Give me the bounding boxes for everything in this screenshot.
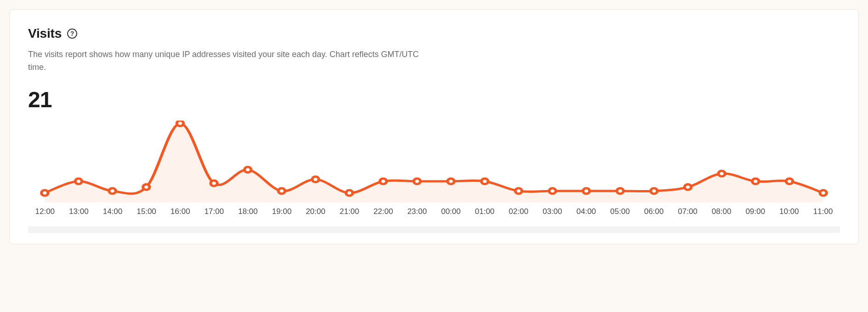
chart-point[interactable] xyxy=(448,179,455,184)
help-icon[interactable]: ? xyxy=(67,29,77,39)
chart-point[interactable] xyxy=(786,179,793,184)
x-tick: 14:00 xyxy=(96,207,130,216)
chart-point[interactable] xyxy=(481,179,488,184)
x-tick: 18:00 xyxy=(231,207,265,216)
chart-point[interactable] xyxy=(143,184,150,190)
x-tick: 10:00 xyxy=(772,207,806,216)
x-tick: 06:00 xyxy=(637,207,671,216)
visits-line-chart xyxy=(28,121,840,203)
chart-point[interactable] xyxy=(380,179,387,184)
x-tick: 17:00 xyxy=(197,207,231,216)
visits-total: 21 xyxy=(28,87,840,112)
x-tick: 11:00 xyxy=(806,207,840,216)
x-tick: 09:00 xyxy=(738,207,772,216)
chart-point[interactable] xyxy=(312,177,319,182)
x-tick: 05:00 xyxy=(603,207,637,216)
x-tick: 00:00 xyxy=(434,207,468,216)
x-tick: 16:00 xyxy=(163,207,197,216)
chart-point[interactable] xyxy=(177,121,184,126)
x-axis: 12:0013:0014:0015:0016:0017:0018:0019:00… xyxy=(28,203,840,216)
x-tick: 08:00 xyxy=(705,207,739,216)
x-tick: 21:00 xyxy=(332,207,366,216)
chart-point[interactable] xyxy=(583,188,590,194)
chart-point[interactable] xyxy=(109,188,116,194)
chart-area-fill xyxy=(45,123,823,202)
card-header: Visits ? xyxy=(28,26,840,41)
chart-point[interactable] xyxy=(414,179,421,184)
chart-point[interactable] xyxy=(719,171,725,176)
x-tick: 01:00 xyxy=(468,207,502,216)
chart-point[interactable] xyxy=(752,179,759,184)
x-tick: 15:00 xyxy=(130,207,164,216)
x-tick: 20:00 xyxy=(299,207,333,216)
card-description: The visits report shows how many unique … xyxy=(28,48,423,74)
chart-point[interactable] xyxy=(685,184,691,190)
chart-point[interactable] xyxy=(651,188,657,194)
chart-point[interactable] xyxy=(211,180,217,186)
x-tick: 07:00 xyxy=(671,207,705,216)
chart-point[interactable] xyxy=(278,188,285,194)
chart-area: 12:0013:0014:0015:0016:0017:0018:0019:00… xyxy=(28,121,840,233)
chart-point[interactable] xyxy=(346,190,353,196)
chart-point[interactable] xyxy=(245,167,251,173)
chart-point[interactable] xyxy=(75,179,82,184)
chart-point[interactable] xyxy=(41,190,48,196)
x-tick: 03:00 xyxy=(536,207,570,216)
chart-footer-bar xyxy=(28,226,840,233)
chart-point[interactable] xyxy=(515,188,522,194)
card-title: Visits xyxy=(28,26,62,41)
x-tick: 19:00 xyxy=(265,207,299,216)
visits-card: Visits ? The visits report shows how man… xyxy=(9,9,859,244)
x-tick: 22:00 xyxy=(366,207,400,216)
x-tick: 04:00 xyxy=(569,207,603,216)
x-tick: 12:00 xyxy=(28,207,62,216)
x-tick: 23:00 xyxy=(400,207,434,216)
chart-point[interactable] xyxy=(820,190,827,196)
x-tick: 13:00 xyxy=(62,207,96,216)
x-tick: 02:00 xyxy=(502,207,536,216)
chart-point[interactable] xyxy=(549,188,556,194)
chart-point[interactable] xyxy=(617,188,624,194)
